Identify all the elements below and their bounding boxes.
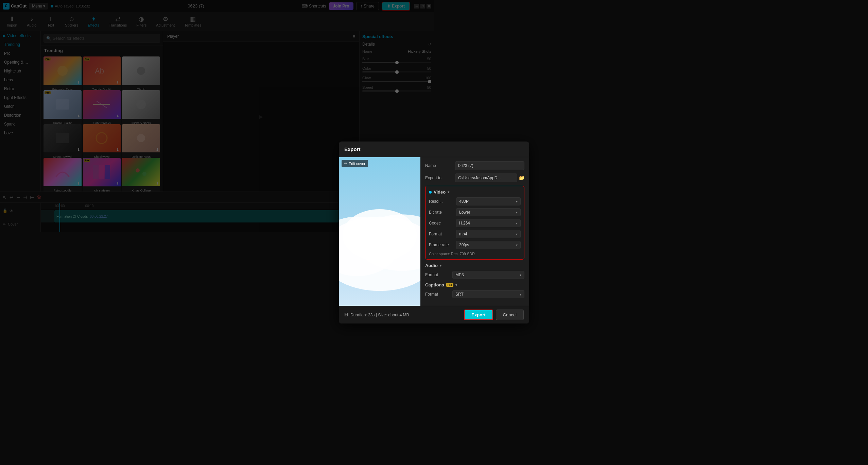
edit-cover-button[interactable]: ✏ Edit cover xyxy=(342,160,368,167)
modal-preview: ✏ Edit cover xyxy=(339,157,420,232)
edit-cover-label: Edit cover xyxy=(349,162,365,166)
bitrate-row: Bit rate Lower ▾ xyxy=(429,208,434,216)
format-label: Format xyxy=(429,232,434,232)
codec-row: Codec H.264 ▾ xyxy=(429,219,434,227)
modal-body: ✏ Edit cover xyxy=(339,157,434,232)
bitrate-label: Bit rate xyxy=(429,210,434,215)
modal-overlay: Export ✏ Edit cover xyxy=(0,0,434,232)
format-row: Format mp4 ▾ xyxy=(429,230,434,232)
resolution-label: Resol... xyxy=(429,199,434,204)
pencil-icon: ✏ xyxy=(344,161,347,166)
video-dot xyxy=(429,191,432,194)
name-settings-row: Name xyxy=(425,161,434,170)
modal-settings: Name Export to 📁 Video ▾ xyxy=(420,157,434,232)
resolution-row: Resol... 480P ▾ xyxy=(429,197,434,205)
export-to-row: Export to 📁 xyxy=(425,173,434,182)
modal-header: Export xyxy=(339,142,434,157)
video-section-label: Video xyxy=(434,189,434,195)
modal-title: Export xyxy=(344,146,361,152)
preview-thumbnail xyxy=(339,157,420,232)
codec-label: Codec xyxy=(429,221,434,226)
export-to-label: Export to xyxy=(425,176,434,180)
video-section-header[interactable]: Video ▾ xyxy=(429,189,434,195)
preview-svg xyxy=(339,157,420,232)
name-settings-label: Name xyxy=(425,163,434,168)
export-modal: Export ✏ Edit cover xyxy=(339,142,434,232)
video-section: Video ▾ Resol... 480P ▾ Bit rate Lower xyxy=(425,186,434,232)
